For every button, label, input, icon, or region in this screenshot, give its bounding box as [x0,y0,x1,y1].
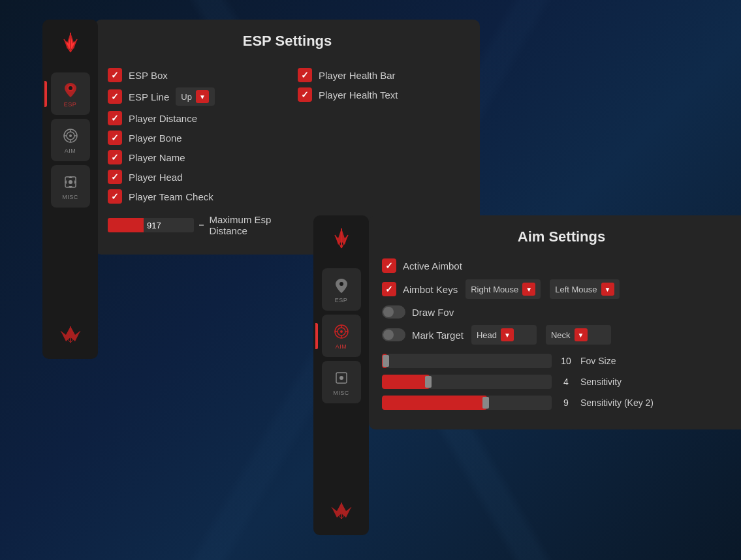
checkmark-icon: ✓ [385,285,393,294]
esp-line-row: ✓ ESP Line Up ▼ [108,87,285,106]
checkmark-icon: ✓ [111,92,119,101]
esp-box-row: ✓ ESP Box [108,68,285,82]
esp-line-dropdown[interactable]: Up ▼ [176,87,215,106]
checkmark-icon: ✓ [111,70,119,80]
sidebar-item-misc[interactable]: MISC [51,165,90,208]
aim-window-title: Aim Settings [382,228,741,245]
sensitivity-key2-row: 9 Sensitivity (Key 2) [382,396,741,410]
sidebar2-item-aim[interactable]: AIM [322,315,361,357]
brand-logo-bottom-2-icon [325,493,358,525]
max-esp-distance-row: 917 Maximum Esp Distance [108,214,285,236]
max-esp-distance-fill [108,218,144,232]
logo-bottom-1 [51,313,90,352]
sensitivity-thumb [425,376,432,388]
sidebar2-item-esp[interactable]: ESP [322,268,361,311]
sensitivity-key2-value: 9 [560,397,573,408]
esp-window-title: ESP Settings [108,33,467,50]
right-mouse-dropdown[interactable]: Right Mouse ▼ [465,279,541,299]
player-bone-row: ✓ Player Bone [108,131,285,145]
player-health-bar-checkbox[interactable]: ✓ [298,68,312,82]
max-esp-distance-track[interactable]: 917 [108,218,194,232]
player-bone-checkbox[interactable]: ✓ [108,131,122,145]
aim-icon-2 [332,322,351,341]
left-mouse-arrow-icon: ▼ [601,283,614,296]
active-aimbot-label: Active Aimbot [403,260,462,272]
neck-dropdown[interactable]: Neck ▼ [546,325,611,345]
sidebar-item-esp[interactable]: ESP [51,72,90,115]
fov-size-row: 10 Fov Size [382,354,741,368]
aimbot-keys-row: ✓ Aimbot Keys Right Mouse ▼ Left Mouse ▼ [382,279,741,299]
aimbot-keys-dropdowns: Right Mouse ▼ Left Mouse ▼ [465,279,619,299]
sensitivity-key2-track[interactable] [382,396,552,410]
draw-fov-label: Draw Fov [412,307,454,318]
player-distance-row: ✓ Player Distance [108,111,285,125]
fov-size-label: Fov Size [580,356,659,366]
checkmark-icon: ✓ [111,114,119,123]
misc-icon-2 [332,369,351,387]
player-name-checkbox[interactable]: ✓ [108,150,122,164]
mark-target-toggle[interactable] [382,328,405,341]
sidebar-label-aim: AIM [65,148,76,154]
fov-size-value: 10 [560,356,573,366]
brand-logo-2-icon [325,225,358,258]
player-health-text-checkbox[interactable]: ✓ [298,87,312,102]
right-mouse-arrow-icon: ▼ [522,283,535,296]
mark-target-dropdowns: Head ▼ Neck ▼ [471,325,611,345]
esp-left-col: ✓ ESP Box ✓ ESP Line Up ▼ ✓ P [108,63,285,241]
sidebar2-item-misc[interactable]: MISC [322,361,361,403]
player-head-checkbox[interactable]: ✓ [108,170,122,184]
sensitivity-key2-label: Sensitivity (Key 2) [580,397,659,408]
svg-point-33 [339,376,343,380]
sidebar-label-esp: ESP [64,101,77,108]
mark-target-label: Mark Target [412,330,464,341]
sensitivity-key2-fill [382,396,487,410]
svg-point-6 [69,86,72,90]
player-health-text-label: Player Health Text [319,89,398,101]
max-esp-distance-value: 917 [147,221,161,230]
sidebar-item-aim[interactable]: AIM [51,119,90,161]
left-mouse-dropdown[interactable]: Left Mouse ▼ [550,279,619,299]
misc-icon [61,173,80,191]
player-name-row: ✓ Player Name [108,150,285,164]
brand-logo-bottom-icon [54,317,87,349]
player-team-check-checkbox[interactable]: ✓ [108,189,122,204]
esp-right-col: ✓ Player Health Bar ✓ Player Health Text [298,63,467,241]
aimbot-keys-checkbox[interactable]: ✓ [382,282,396,296]
sensitivity-value: 4 [560,377,573,387]
draw-fov-toggle[interactable] [382,305,405,319]
sensitivity-fill [382,375,430,389]
esp-box-checkbox[interactable]: ✓ [108,68,122,82]
svg-point-31 [340,330,343,333]
logo-top-2 [322,222,361,261]
mark-target-row: Mark Target Head ▼ Neck ▼ [382,325,741,345]
divider [199,225,204,226]
sensitivity-label: Sensitivity [580,377,659,387]
svg-point-15 [69,180,72,184]
fov-size-track[interactable] [382,354,552,368]
svg-point-13 [69,134,72,137]
player-health-bar-row: ✓ Player Health Bar [298,68,467,82]
active-aimbot-checkbox[interactable]: ✓ [382,258,396,273]
head-dropdown-arrow-icon: ▼ [501,328,514,341]
aim-icon [61,127,80,145]
fov-size-fill [382,354,387,368]
sidebar2-label-esp: ESP [335,297,348,303]
svg-point-24 [339,282,343,286]
checkmark-icon: ✓ [385,261,393,270]
sidebar2-label-misc: MISC [333,390,349,396]
head-dropdown[interactable]: Head ▼ [471,325,537,345]
esp-line-checkbox[interactable]: ✓ [108,89,122,104]
active-aimbot-row: ✓ Active Aimbot [382,258,741,273]
player-team-check-label: Player Team Check [129,191,213,202]
neck-dropdown-value: Neck [551,330,571,340]
checkmark-icon: ✓ [301,90,309,99]
sensitivity-row: 4 Sensitivity [382,375,741,389]
brand-logo-icon [54,29,87,62]
sidebar-1: ESP AIM MISC [42,20,98,359]
sensitivity-track[interactable] [382,375,552,389]
player-distance-checkbox[interactable]: ✓ [108,111,122,125]
checkmark-icon: ✓ [111,172,119,181]
esp-line-dropdown-value: Up [181,92,192,102]
draw-fov-row: Draw Fov [382,305,741,319]
aimbot-keys-label: Aimbot Keys [403,284,458,295]
